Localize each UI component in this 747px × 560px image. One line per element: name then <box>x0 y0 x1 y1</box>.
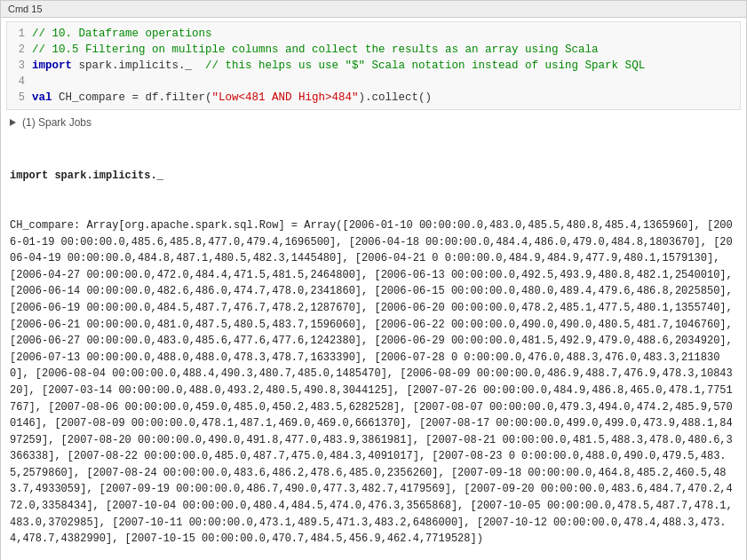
line-num-1: 1 <box>7 26 32 42</box>
comment-3: // this helps us use "$" Scala notation … <box>205 59 645 72</box>
main-window: Cmd 15 1 // 10. Dataframe operations 2 /… <box>0 0 747 560</box>
output-line1: import spark.implicits._ <box>10 168 737 185</box>
title-bar: Cmd 15 <box>1 1 746 18</box>
code-line-4: 4 <box>7 74 740 90</box>
line-content-1: // 10. Dataframe operations <box>32 26 740 42</box>
code-line-5: 5 val CH_compare = df.filter("Low<481 AN… <box>7 90 740 106</box>
comment-1: // 10. Dataframe operations <box>32 28 212 40</box>
line-content-3: import spark.implicits._ // this helps u… <box>32 58 740 74</box>
code-lines: 1 // 10. Dataframe operations 2 // 10.5 … <box>7 26 740 106</box>
spark-jobs-bar[interactable]: (1) Spark Jobs <box>1 114 746 131</box>
spark-jobs-label: (1) Spark Jobs <box>22 116 91 129</box>
line-num-3: 3 <box>7 58 32 74</box>
code-line-1: 1 // 10. Dataframe operations <box>7 26 740 42</box>
output-import: import spark.implicits._ <box>10 170 163 182</box>
line-content-4 <box>32 74 740 90</box>
code-cell: 1 // 10. Dataframe operations 2 // 10.5 … <box>6 21 741 110</box>
line-content-2: // 10.5 Filtering on multiple columns an… <box>32 42 740 58</box>
line-num-5: 5 <box>7 90 32 106</box>
kw-import: import <box>32 59 72 72</box>
output-area: import spark.implicits._ CH_compare: Arr… <box>1 131 746 560</box>
triangle-icon <box>10 119 16 126</box>
code-line-2: 2 // 10.5 Filtering on multiple columns … <box>7 42 740 58</box>
output-line2: CH_compare: Array[org.apache.spark.sql.R… <box>10 217 737 548</box>
kw-val: val <box>32 91 52 104</box>
line-content-5: val CH_compare = df.filter("Low<481 AND … <box>32 90 740 106</box>
comment-2: // 10.5 Filtering on multiple columns an… <box>32 43 599 56</box>
string-filter: "Low<481 AND High>484" <box>212 91 359 104</box>
title-label: Cmd 15 <box>8 4 43 14</box>
code-line-3: 3 import spark.implicits._ // this helps… <box>7 58 740 74</box>
line-num-2: 2 <box>7 42 32 58</box>
line-num-4: 4 <box>7 74 32 90</box>
